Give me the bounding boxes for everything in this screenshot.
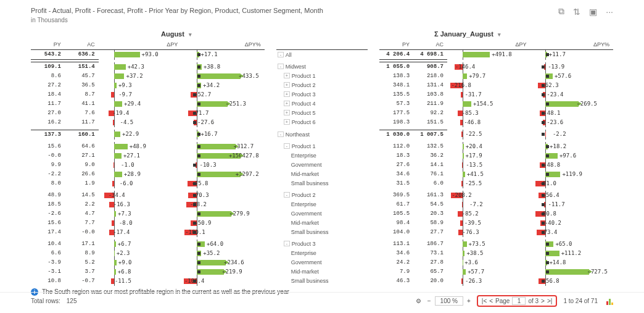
value-cell: 1 007.5 — [413, 130, 447, 140]
bar-cell: +251.3 — [181, 99, 264, 109]
row-label[interactable]: Enterprise — [276, 200, 368, 209]
page-last-button[interactable]: >| — [547, 298, 552, 304]
copy-icon[interactable]: ⧉ — [558, 6, 564, 17]
row-label[interactable]: +Product 3 — [276, 90, 368, 99]
table-row[interactable]: 15.67.7-8.0-50.9Mid-market98.458.9-39.5-… — [31, 219, 613, 228]
bar-cell: +16.7 — [181, 130, 264, 140]
row-label[interactable]: -Midwest — [276, 62, 368, 72]
collapse-icon[interactable]: - — [278, 131, 284, 137]
row-label[interactable]: +Product 1 — [276, 72, 368, 81]
col-dpy-r[interactable]: ΔPY — [447, 40, 530, 50]
table-row[interactable]: 17.4-0.0-17.4-100.1Small business104.027… — [31, 228, 613, 237]
bar-cell: -85.3 — [447, 109, 530, 118]
value-cell: -2.6 — [31, 209, 65, 219]
bar-cell: -80.8 — [530, 209, 613, 219]
row-label[interactable]: -Northeast — [276, 130, 368, 140]
row-label[interactable]: -Product 2 — [276, 191, 368, 200]
expand-icon[interactable]: + — [284, 110, 290, 115]
table-row[interactable]: 8.01.9-6.0-75.8Small business31.56.0-25.… — [31, 179, 613, 188]
row-label[interactable]: Mid-market — [276, 219, 368, 228]
row-label[interactable]: Government — [276, 161, 368, 170]
page-next-button[interactable]: > — [541, 298, 545, 304]
bar-cell: -8.0 — [99, 219, 181, 228]
table-row[interactable]: 6.68.9+2.3+35.2Enterprise34.673.1+38.5+1… — [31, 249, 613, 258]
table-row[interactable]: 137.3160.1+22.9+16.7-Northeast1 030.01 0… — [31, 130, 613, 140]
row-label[interactable]: +Product 2 — [276, 81, 368, 90]
page-input[interactable]: 1 — [512, 297, 526, 305]
table-row[interactable]: -2.64.7+7.3+279.9Government105.520.3-85.… — [31, 209, 613, 219]
row-label[interactable]: -Product 1 — [276, 142, 368, 151]
collapse-icon[interactable]: - — [278, 52, 284, 57]
col-py-r[interactable]: PY — [379, 40, 413, 50]
col-dpy-l[interactable]: ΔPY — [99, 40, 181, 50]
period-left[interactable]: August ▾ — [31, 29, 322, 40]
table-row[interactable]: 27.236.5+9.3+34.2+Product 2348.1131.4-21… — [31, 81, 613, 90]
table-row[interactable]: 543.2636.2+93.0+17.1-All4 206.44 698.1+4… — [31, 50, 613, 60]
table-row[interactable]: -2.226.6+28.9+1297.2Mid-market34.676.1+4… — [31, 170, 613, 179]
expand-icon[interactable]: + — [284, 101, 290, 106]
table-row[interactable]: 109.1151.4+42.3+38.8-Midwest1 055.0908.7… — [31, 62, 613, 72]
table-row[interactable]: 15.664.6+48.9+312.7-Product 1112.0132.5+… — [31, 142, 613, 151]
col-py-l[interactable]: PY — [31, 40, 65, 50]
bar-cell: +48.9 — [99, 142, 181, 151]
expand-icon[interactable]: + — [284, 82, 290, 88]
page-label: Page — [495, 298, 510, 304]
period-left-label: August — [161, 30, 184, 38]
table-row[interactable]: 8.645.7+37.2+433.5+Product 1138.3218.0+7… — [31, 72, 613, 81]
row-label[interactable]: Enterprise — [276, 249, 368, 258]
table-row[interactable]: 10.8-0.7-11.5-106.4Small business46.320.… — [31, 277, 613, 286]
col-ac-r[interactable]: AC — [413, 40, 447, 50]
table-row[interactable]: -3.95.2+9.0+234.6Government24.227.8+3.6+… — [31, 258, 613, 267]
page-prev-button[interactable]: < — [489, 298, 493, 304]
table-row[interactable]: 18.48.7-9.7-52.7+Product 3135.5103.8-31.… — [31, 90, 613, 99]
row-label[interactable]: +Product 5 — [276, 109, 368, 118]
table-row[interactable]: 48.914.5-34.4-70.3-Product 2369.5161.3-2… — [31, 191, 613, 200]
row-label[interactable]: -Product 3 — [276, 240, 368, 249]
table-row[interactable]: 16.211.7-4.5-27.6+Product 6198.3151.5-46… — [31, 118, 613, 127]
page-first-button[interactable]: |< — [482, 298, 487, 304]
minichart-icon[interactable] — [606, 298, 613, 305]
row-label[interactable]: Government — [276, 258, 368, 267]
expand-icon[interactable]: + — [284, 73, 290, 78]
collapse-icon[interactable]: - — [284, 192, 290, 198]
zoom-out-button[interactable]: − — [427, 298, 431, 304]
value-cell: 4.7 — [65, 209, 99, 219]
bar-cell: +154.5 — [447, 99, 530, 109]
row-label[interactable]: -All — [276, 50, 368, 60]
focus-icon[interactable]: ▣ — [589, 7, 597, 17]
zoom-value[interactable]: 100 % — [435, 296, 463, 306]
table-row[interactable]: -0.027.1+27.1+150427.8Enterprise18.336.2… — [31, 151, 613, 161]
row-label[interactable]: Mid-market — [276, 267, 368, 277]
value-cell: 112.0 — [379, 142, 413, 151]
table-row[interactable]: 27.07.6-19.4-71.7+Product 5177.592.2-85.… — [31, 109, 613, 118]
col-dpyp-l[interactable]: ΔPY% — [181, 40, 264, 50]
more-icon[interactable]: ··· — [606, 7, 613, 17]
row-label[interactable]: +Product 6 — [276, 118, 368, 127]
bar-cell: -11.7 — [530, 200, 613, 209]
row-label[interactable]: Small business — [276, 179, 368, 188]
row-label[interactable]: +Product 4 — [276, 99, 368, 109]
collapse-icon[interactable]: - — [278, 64, 284, 69]
row-label[interactable]: Enterprise — [276, 151, 368, 161]
filter-icon[interactable]: ⇅ — [573, 7, 580, 17]
table-row[interactable]: 9.99.0-1.0-10.3Government27.614.1-13.5-4… — [31, 161, 613, 170]
gear-icon[interactable]: ⚙ — [416, 298, 421, 304]
expand-icon[interactable]: + — [284, 91, 290, 97]
col-ac-l[interactable]: AC — [65, 40, 99, 50]
table-row[interactable]: -3.13.7+6.8+219.9Mid-market7.965.7+57.7+… — [31, 267, 613, 277]
row-label[interactable]: Mid-market — [276, 170, 368, 179]
col-dpyp-r[interactable]: ΔPY% — [530, 40, 613, 50]
table-row[interactable]: 10.417.1+6.7+64.0-Product 3113.1186.7+73… — [31, 240, 613, 249]
period-right[interactable]: Σ January_August ▾ — [322, 29, 613, 40]
row-label[interactable]: Government — [276, 209, 368, 219]
collapse-icon[interactable]: - — [284, 143, 290, 149]
value-cell: 54.5 — [413, 200, 447, 209]
table-row[interactable]: 18.52.2-16.3-88.2Enterprise61.754.5-7.2-… — [31, 200, 613, 209]
expand-icon[interactable]: + — [284, 119, 290, 125]
table-row[interactable]: 11.741.1+29.4+251.3+Product 457.3211.9+1… — [31, 99, 613, 109]
row-label[interactable]: Small business — [276, 277, 368, 286]
value-cell: 57.3 — [379, 99, 413, 109]
collapse-icon[interactable]: - — [284, 241, 290, 246]
row-label[interactable]: Small business — [276, 228, 368, 237]
zoom-in-button[interactable]: + — [467, 298, 471, 304]
